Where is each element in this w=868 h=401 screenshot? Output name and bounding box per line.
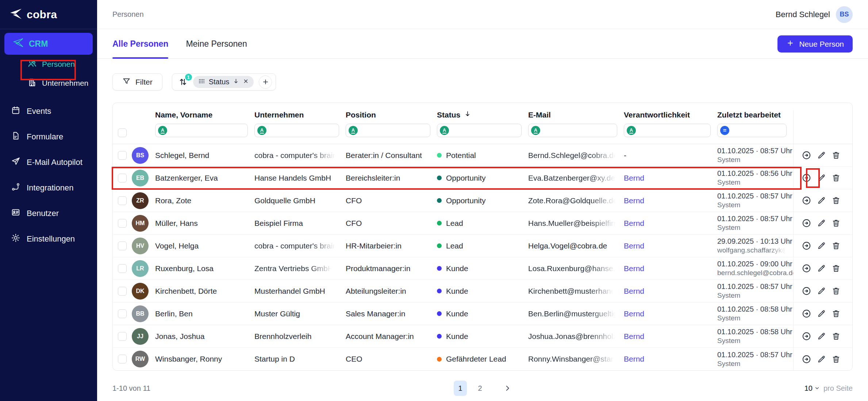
open-record-icon[interactable] <box>802 309 811 319</box>
column-header-name[interactable]: Name, Vorname <box>155 111 248 119</box>
sort-arrows-icon[interactable]: 1 <box>178 77 188 87</box>
page-button-1[interactable]: 1 <box>454 381 467 396</box>
open-record-icon[interactable] <box>802 331 811 341</box>
open-record-icon[interactable] <box>802 263 811 273</box>
person-name[interactable]: Ruxenburg, Losa <box>155 264 254 273</box>
person-name[interactable]: Winsbanger, Ronny <box>155 355 254 363</box>
filter-input-status[interactable]: A <box>437 124 522 137</box>
open-record-icon[interactable] <box>802 173 811 183</box>
row-checkbox[interactable] <box>118 355 127 363</box>
filter-input-zuletzt-bearbeitet[interactable]: = <box>717 124 787 137</box>
sidebar-item-events[interactable]: Events <box>0 103 97 120</box>
person-name[interactable]: Vogel, Helga <box>155 242 254 250</box>
delete-icon[interactable] <box>831 241 841 250</box>
delete-icon[interactable] <box>831 264 841 273</box>
table-row[interactable]: BB Berlin, Ben Muster Gültig Sales Manag… <box>113 302 852 325</box>
row-checkbox[interactable] <box>118 309 127 318</box>
edit-icon[interactable] <box>817 219 826 228</box>
filter-input-name[interactable]: A <box>155 124 248 137</box>
sidebar-item-einstellungen[interactable]: Einstellungen <box>0 230 97 248</box>
open-record-icon[interactable] <box>802 150 811 160</box>
table-row[interactable]: HM Müller, Hans Beispiel Firma CFO Lead … <box>113 212 852 235</box>
open-record-icon[interactable] <box>802 286 811 296</box>
edit-icon[interactable] <box>817 286 826 296</box>
row-checkbox[interactable] <box>118 332 127 341</box>
responsible-cell[interactable]: Bernd <box>624 174 717 182</box>
page-button-2[interactable]: 2 <box>473 381 487 396</box>
row-checkbox[interactable] <box>118 264 127 273</box>
responsible-cell[interactable]: Bernd <box>624 242 717 250</box>
sidebar-item-unternehmen[interactable]: Unternehmen <box>0 74 97 93</box>
edit-icon[interactable] <box>817 173 826 182</box>
responsible-cell[interactable]: Bernd <box>624 196 717 205</box>
sidebar-item-email-autopilot[interactable]: E-Mail Autopilot <box>0 154 97 171</box>
person-name[interactable]: Jonas, Joshua <box>155 332 254 341</box>
open-record-icon[interactable] <box>802 196 811 205</box>
new-person-button[interactable]: Neue Person <box>777 35 853 53</box>
sidebar-item-crm[interactable]: CRM <box>4 33 93 55</box>
table-row[interactable]: ZR Rora, Zote Goldquelle GmbH CFO Opport… <box>113 189 852 212</box>
filter-button[interactable]: Filter <box>112 73 162 90</box>
table-row[interactable]: BS Schlegel, Bernd cobra - computer's br… <box>113 144 852 167</box>
sidebar-item-formulare[interactable]: Formulare <box>0 128 97 146</box>
arrow-down-icon[interactable] <box>233 78 239 86</box>
filter-input-position[interactable]: A <box>346 124 430 137</box>
edit-icon[interactable] <box>817 309 826 318</box>
responsible-cell[interactable]: Bernd <box>624 355 717 363</box>
delete-icon[interactable] <box>831 286 841 296</box>
column-header-unternehmen[interactable]: Unternehmen <box>254 111 339 119</box>
responsible-cell[interactable]: Bernd <box>624 264 717 273</box>
table-row[interactable]: LR Ruxenburg, Losa Zentra Vertriebs GmbH… <box>113 257 852 280</box>
responsible-cell[interactable]: - <box>624 151 717 160</box>
column-header-status[interactable]: Status <box>437 110 522 119</box>
edit-icon[interactable] <box>817 151 826 160</box>
responsible-cell[interactable]: Bernd <box>624 219 717 228</box>
row-checkbox[interactable] <box>118 287 127 296</box>
edit-icon[interactable] <box>817 241 826 250</box>
table-row[interactable]: HV Vogel, Helga cobra - computer's brain… <box>113 235 852 257</box>
delete-icon[interactable] <box>831 332 841 341</box>
column-header-zuletzt-bearbeitet[interactable]: Zuletzt bearbeitet <box>717 111 787 119</box>
responsible-cell[interactable]: Bernd <box>624 332 717 341</box>
row-checkbox[interactable] <box>118 174 127 182</box>
person-name[interactable]: Berlin, Ben <box>155 309 254 318</box>
next-page-button[interactable] <box>503 384 511 392</box>
person-name[interactable]: Müller, Hans <box>155 219 254 228</box>
filter-input-verantwortlichkeit[interactable]: A <box>624 124 711 137</box>
sidebar-item-benutzer[interactable]: Benutzer <box>0 205 97 222</box>
edit-icon[interactable] <box>817 332 826 341</box>
person-name[interactable]: Batzenkerger, Eva <box>155 174 254 182</box>
delete-icon[interactable] <box>831 151 841 160</box>
tab-alle-personen[interactable]: Alle Personen <box>112 29 168 58</box>
table-row[interactable]: RW Winsbanger, Ronny Startup in D CEO Ge… <box>113 348 852 370</box>
responsible-cell[interactable]: Bernd <box>624 287 717 296</box>
delete-icon[interactable] <box>831 173 841 182</box>
row-checkbox[interactable] <box>118 219 127 228</box>
delete-icon[interactable] <box>831 219 841 228</box>
table-row[interactable]: JJ Jonas, Joshua Brennholzverleih Accoun… <box>113 325 852 348</box>
table-row[interactable]: DK Kirchenbett, Dörte Musterhandel GmbH … <box>113 280 852 302</box>
column-header-verantwortlichkeit[interactable]: Verantwortlichkeit <box>624 111 711 119</box>
filter-input-unternehmen[interactable]: A <box>254 124 339 137</box>
delete-icon[interactable] <box>831 196 841 205</box>
row-checkbox[interactable] <box>118 242 127 250</box>
sidebar-item-integrationen[interactable]: Integrationen <box>0 179 97 197</box>
delete-icon[interactable] <box>831 309 841 318</box>
edit-icon[interactable] <box>817 196 826 205</box>
edit-icon[interactable] <box>817 355 826 364</box>
column-header-position[interactable]: Position <box>346 111 430 119</box>
row-checkbox[interactable] <box>118 196 127 205</box>
row-checkbox[interactable] <box>118 151 127 160</box>
responsible-cell[interactable]: Bernd <box>624 309 717 318</box>
close-icon[interactable] <box>243 78 249 86</box>
per-page-select[interactable]: 10 <box>804 384 820 393</box>
person-name[interactable]: Kirchenbett, Dörte <box>155 287 254 296</box>
select-all-checkbox[interactable] <box>118 128 127 137</box>
table-row[interactable]: EB Batzenkerger, Eva Hanse Handels GmbH … <box>113 167 852 189</box>
tab-meine-personen[interactable]: Meine Personen <box>186 29 247 58</box>
open-record-icon[interactable] <box>802 218 811 228</box>
sort-chip-status[interactable]: Status <box>193 76 254 88</box>
open-record-icon[interactable] <box>802 354 811 364</box>
add-sort-button[interactable] <box>259 76 272 89</box>
filter-input-email[interactable]: A <box>528 124 617 137</box>
